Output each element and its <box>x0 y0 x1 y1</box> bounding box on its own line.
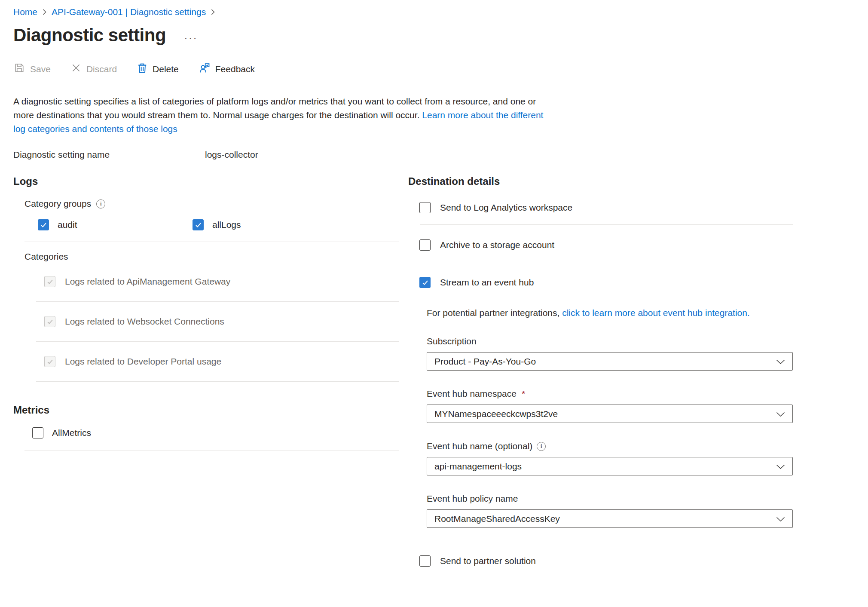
event-hub-policy-name-label: Event hub policy name <box>427 494 518 504</box>
event-hub-namespace-label: Event hub namespace <box>427 389 517 399</box>
checkbox-category-apimanagement-gateway: Logs related to ApiManagement Gateway <box>44 262 399 301</box>
checked-checkbox-icon[interactable] <box>419 277 431 288</box>
chevron-down-icon <box>776 409 785 419</box>
event-hub-name-field: Event hub name (optional) i api-manageme… <box>427 441 793 475</box>
command-bar: Save Discard Delete <box>13 62 862 84</box>
diagnostic-setting-name-label: Diagnostic setting name <box>13 150 205 160</box>
checkbox-audit[interactable]: audit <box>38 219 193 230</box>
event-hub-name-dropdown[interactable]: api-management-logs <box>427 457 793 475</box>
subscription-dropdown[interactable]: Product - Pay-As-You-Go <box>427 352 793 371</box>
discard-button[interactable]: Discard <box>70 62 117 76</box>
checkbox-stream-to-event-hub[interactable]: Stream to an event hub <box>419 277 793 288</box>
unchecked-checkbox-icon[interactable] <box>32 427 43 438</box>
page-description: A diagnostic setting specifies a list of… <box>13 95 550 136</box>
chevron-right-icon <box>43 9 46 15</box>
chevron-down-icon <box>776 461 785 472</box>
info-icon[interactable]: i <box>537 442 546 451</box>
event-hub-name-label: Event hub name (optional) <box>427 441 532 451</box>
breadcrumb-link-home[interactable]: Home <box>13 7 37 17</box>
destination-details-heading: Destination details <box>408 175 793 187</box>
logs-heading: Logs <box>13 175 399 187</box>
checkbox-send-to-partner-solution[interactable]: Send to partner solution <box>419 555 793 567</box>
delete-button[interactable]: Delete <box>137 62 179 76</box>
unchecked-checkbox-icon[interactable] <box>419 239 431 251</box>
divider <box>420 262 793 262</box>
disabled-checked-checkbox-icon <box>44 356 55 367</box>
info-icon[interactable]: i <box>96 199 105 208</box>
breadcrumb-link-diagnostic-settings[interactable]: API-Gateway-001 | Diagnostic settings <box>52 7 206 17</box>
event-hub-namespace-field: Event hub namespace * MYNamespaceeeckcwp… <box>427 389 793 423</box>
disabled-checked-checkbox-icon <box>44 316 55 327</box>
required-asterisk: * <box>522 389 525 399</box>
feedback-icon <box>199 62 211 76</box>
chevron-down-icon <box>776 514 785 524</box>
logs-section: Logs Category groups i audit allLogs <box>13 175 399 578</box>
event-hub-namespace-dropdown[interactable]: MYNamespaceeeckcwps3t2ve <box>427 405 793 423</box>
checkbox-category-websocket-connections: Logs related to Websocket Connections <box>44 302 399 341</box>
subscription-field: Subscription Product - Pay-As-You-Go <box>427 336 793 371</box>
feedback-button[interactable]: Feedback <box>199 62 255 76</box>
save-button[interactable]: Save <box>13 62 51 76</box>
divider <box>420 578 793 578</box>
delete-icon <box>137 62 148 76</box>
unchecked-checkbox-icon[interactable] <box>419 555 431 567</box>
event-hub-policy-name-dropdown[interactable]: RootManageSharedAccessKey <box>427 509 793 528</box>
divider <box>24 451 399 451</box>
unchecked-checkbox-icon[interactable] <box>419 202 431 213</box>
checkbox-send-to-log-analytics[interactable]: Send to Log Analytics workspace <box>419 202 793 213</box>
divider <box>36 381 399 382</box>
event-hub-integration-link[interactable]: click to learn more about event hub inte… <box>562 308 750 318</box>
checkbox-alllogs[interactable]: allLogs <box>193 219 347 230</box>
divider <box>24 242 399 242</box>
checkbox-archive-to-storage[interactable]: Archive to a storage account <box>419 239 793 251</box>
destination-details-section: Destination details Send to Log Analytic… <box>408 175 793 578</box>
disabled-checked-checkbox-icon <box>44 276 55 287</box>
save-icon <box>13 62 25 76</box>
partner-integration-note: For potential partner integrations, clic… <box>427 308 793 318</box>
categories-label: Categories <box>24 251 399 262</box>
more-options-icon[interactable]: ··· <box>184 27 198 43</box>
category-groups-label: Category groups <box>24 199 91 209</box>
checkbox-category-developer-portal: Logs related to Developer Portal usage <box>44 342 399 381</box>
diagnostic-setting-name-value: logs-collector <box>205 150 258 160</box>
metrics-heading: Metrics <box>13 404 399 416</box>
chevron-down-icon <box>776 356 785 367</box>
chevron-right-icon <box>211 9 215 15</box>
discard-icon <box>70 62 82 76</box>
diagnostic-setting-page: Home API-Gateway-001 | Diagnostic settin… <box>0 0 868 607</box>
breadcrumb: Home API-Gateway-001 | Diagnostic settin… <box>13 7 868 17</box>
checked-checkbox-icon[interactable] <box>38 219 49 230</box>
checkbox-allmetrics[interactable]: AllMetrics <box>32 427 399 438</box>
checked-checkbox-icon[interactable] <box>193 219 204 230</box>
divider <box>420 224 793 225</box>
event-hub-policy-name-field: Event hub policy name RootManageSharedAc… <box>427 494 793 528</box>
subscription-label: Subscription <box>427 336 477 346</box>
page-title: Diagnostic setting <box>13 25 166 46</box>
